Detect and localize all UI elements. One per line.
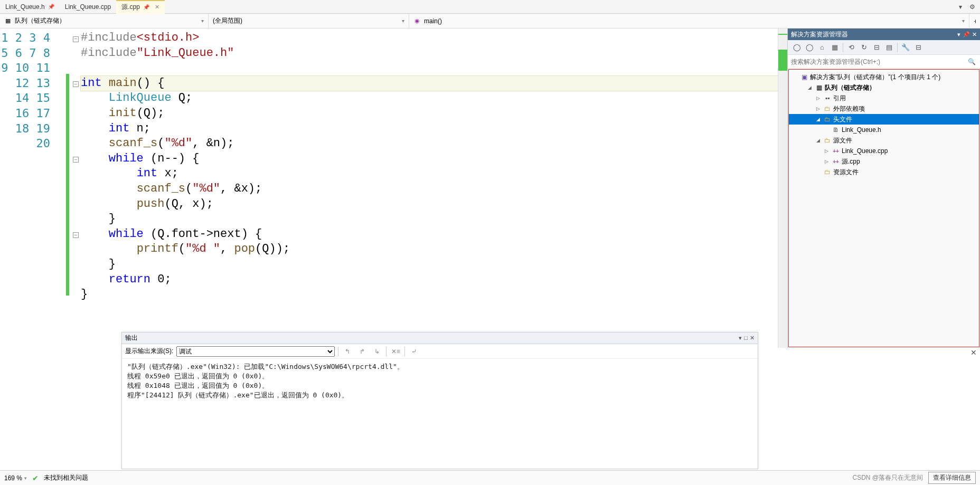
close-icon[interactable]: ✕: [750, 335, 755, 341]
panel-titlebar: 解决方案资源管理器 ▾ 📌 ✕: [788, 28, 980, 40]
solution-tree[interactable]: ▣ 解决方案"队列（链式存储）"(1 个项目/共 1 个) ◢ ▦ 队列（链式存…: [788, 69, 979, 347]
header-file-icon: 🗎: [831, 126, 841, 134]
fold-toggle[interactable]: −: [73, 232, 79, 238]
properties-icon[interactable]: 🔧: [900, 42, 911, 53]
file-link-queue-h[interactable]: 🗎 Link_Queue.h: [789, 125, 979, 135]
file-link-queue-cpp[interactable]: ▷ ++ Link_Queue.cpp: [789, 146, 979, 156]
sources-node[interactable]: ◢ 🗀 源文件: [789, 135, 979, 146]
issues-status[interactable]: 未找到相关问题: [44, 473, 88, 482]
project-icon: ▦: [4, 17, 12, 25]
prev-icon[interactable]: ↰: [342, 346, 353, 357]
resources-node[interactable]: 🗀 资源文件: [789, 167, 979, 177]
headers-node[interactable]: ◢ 🗀 头文件: [789, 114, 979, 125]
scroll-map[interactable]: [778, 28, 787, 348]
dropdown-icon[interactable]: ▾: [956, 2, 965, 12]
folder-icon: 🗀: [823, 105, 832, 112]
fold-gutter: − − − −: [70, 28, 81, 348]
tab-source-cpp[interactable]: 源.cpp 📌 ✕: [116, 0, 165, 14]
refresh-icon[interactable]: ↻: [858, 42, 870, 53]
solution-root[interactable]: ▣ 解决方案"队列（链式存储）"(1 个项目/共 1 个): [789, 72, 979, 82]
back-icon[interactable]: ◯: [791, 42, 803, 53]
status-bar: 169 % ✔ 未找到相关问题 CSDN @落春只在无意间 查看详细信息: [0, 470, 980, 485]
tree-label: 引用: [833, 94, 846, 103]
scope-text: main(): [424, 17, 442, 25]
search-input[interactable]: [791, 58, 977, 65]
expand-arrow-icon[interactable]: ◢: [816, 117, 823, 122]
tree-label: 解决方案"队列（链式存储）"(1 个项目/共 1 个): [810, 73, 940, 82]
maximize-icon[interactable]: □: [744, 335, 748, 341]
file-source-cpp[interactable]: ▷ ++ 源.cpp: [789, 156, 979, 167]
forward-icon[interactable]: ◯: [804, 42, 815, 53]
dropdown-icon[interactable]: ▾: [739, 335, 742, 341]
clear-icon[interactable]: ✕≡: [390, 346, 401, 357]
expand-arrow-icon[interactable]: ▷: [816, 106, 823, 111]
preview-icon[interactable]: ⊟: [912, 42, 924, 53]
fold-toggle[interactable]: −: [73, 81, 79, 87]
tree-label: Link_Queue.h: [842, 126, 881, 134]
references-icon: ▪▪: [823, 94, 832, 102]
tree-label: 源.cpp: [842, 157, 860, 166]
fold-toggle[interactable]: −: [73, 157, 79, 163]
main-area: 1 2 3 4 5 6 7 8 9 10 11 12 13 14 15 16 1…: [0, 28, 980, 348]
expand-arrow-icon[interactable]: ▷: [825, 159, 831, 164]
line-number-gutter: 1 2 3 4 5 6 7 8 9 10 11 12 13 14 15 16 1…: [0, 28, 66, 348]
close-icon[interactable]: ✕: [970, 348, 977, 360]
zoom-level[interactable]: 169 %: [4, 474, 27, 482]
project-icon: ▦: [814, 84, 824, 91]
code-editor[interactable]: 1 2 3 4 5 6 7 8 9 10 11 12 13 14 15 16 1…: [0, 28, 787, 348]
panel-title-text: 解决方案资源管理器: [791, 30, 848, 39]
scope-text: (全局范围): [213, 16, 242, 25]
references-node[interactable]: ▷ ▪▪ 引用: [789, 93, 979, 103]
tab-link-queue-h[interactable]: Link_Queue.h 📌: [0, 0, 60, 14]
switch-views-icon[interactable]: ▦: [829, 42, 841, 53]
sync-icon[interactable]: ⟲: [845, 42, 857, 53]
code-text[interactable]: #include<stdio.h>#include"Link_Queue.h" …: [81, 28, 778, 348]
expand-arrow-icon[interactable]: ▷: [816, 96, 823, 101]
navigation-bar: ▦ 队列（链式存储） (全局范围) ◉ main() ⫞: [0, 14, 980, 28]
solution-toolbar: ◯ ◯ ⌂ ▦ ⟲ ↻ ⊟ ▤ 🔧 ⊟: [788, 40, 980, 55]
wrap-icon[interactable]: ⤶: [408, 346, 420, 357]
output-source-label: 显示输出来源(S):: [125, 347, 173, 356]
output-text[interactable]: "队列（链式存储）.exe"(Win32): 已加载"C:\Windows\Sy…: [122, 359, 758, 464]
class-scope-dropdown[interactable]: (全局范围): [209, 14, 409, 28]
output-title: 输出: [125, 334, 138, 343]
search-icon[interactable]: 🔍: [968, 58, 976, 65]
show-all-icon[interactable]: ▤: [883, 42, 895, 53]
function-icon: ◉: [413, 17, 421, 25]
collapse-icon[interactable]: ⊟: [871, 42, 882, 53]
pin-icon[interactable]: 📌: [143, 4, 149, 10]
project-scope-dropdown[interactable]: ▦ 队列（链式存储）: [0, 14, 209, 28]
expand-arrow-icon[interactable]: ◢: [808, 85, 814, 90]
side-panel-close-strip: ✕: [787, 348, 977, 360]
goto-icon[interactable]: ↳: [371, 346, 383, 357]
cpp-file-icon: ++: [831, 148, 841, 154]
pin-icon[interactable]: 📌: [963, 31, 970, 38]
output-titlebar: 输出 ▾ □ ✕: [122, 332, 758, 344]
document-tabs-bar: Link_Queue.h 📌 Link_Queue.cpp 源.cpp 📌 ✕ …: [0, 0, 980, 14]
output-panel: 输出 ▾ □ ✕ 显示输出来源(S): 调试 ↰ ↱ ↳ ✕≡ ⤶ "队列（链式…: [121, 332, 758, 469]
home-icon[interactable]: ⌂: [816, 42, 828, 53]
function-scope-dropdown[interactable]: ◉ main(): [409, 14, 969, 28]
tree-label: 外部依赖项: [833, 104, 865, 113]
folder-icon: 🗀: [823, 137, 832, 144]
expand-arrow-icon[interactable]: ▷: [825, 148, 831, 154]
tree-label: 头文件: [833, 115, 852, 124]
solution-search[interactable]: 🔍: [788, 55, 980, 69]
split-icon[interactable]: ⫞: [969, 14, 980, 28]
fold-toggle[interactable]: −: [73, 36, 79, 42]
next-icon[interactable]: ↱: [356, 346, 368, 357]
project-node[interactable]: ◢ ▦ 队列（链式存储）: [789, 82, 979, 93]
close-icon[interactable]: ✕: [155, 4, 159, 11]
tree-label: 资源文件: [833, 168, 859, 177]
dropdown-icon[interactable]: ▾: [957, 31, 960, 38]
external-deps-node[interactable]: ▷ 🗀 外部依赖项: [789, 103, 979, 114]
pin-icon[interactable]: 📌: [48, 4, 54, 9]
gear-icon[interactable]: ⚙: [967, 2, 977, 12]
expand-arrow-icon[interactable]: ◢: [816, 138, 823, 143]
tab-label: Link_Queue.cpp: [65, 3, 111, 11]
output-source-select[interactable]: 调试: [176, 346, 335, 357]
close-icon[interactable]: ✕: [972, 31, 977, 38]
view-details-button[interactable]: 查看详细信息: [928, 472, 976, 484]
tab-link-queue-cpp[interactable]: Link_Queue.cpp: [60, 0, 116, 14]
scope-text: 队列（链式存储）: [15, 16, 65, 25]
